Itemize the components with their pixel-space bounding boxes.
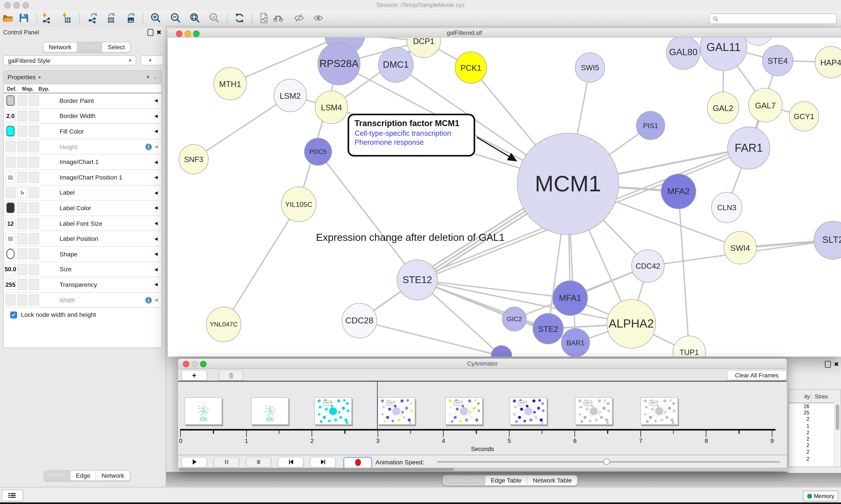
default-value-cell[interactable]: ▤ <box>5 233 16 244</box>
properties-header[interactable]: Properties ▼ » » <box>4 71 161 84</box>
annotation-box[interactable]: Transcription factor MCM1 Cell-type-spec… <box>347 114 475 157</box>
info-icon[interactable]: i <box>145 297 151 303</box>
property-row-label-font-size[interactable]: 12Label Font Size◀ <box>4 216 161 231</box>
tab-node-table[interactable]: Node Table <box>443 475 485 485</box>
bypass-cell[interactable] <box>29 126 39 137</box>
open-folder-button[interactable] <box>1 12 14 25</box>
node-pis1[interactable]: PIS1 <box>636 111 665 140</box>
export-table-button[interactable] <box>104 12 117 25</box>
style-options-button[interactable]: ▼ <box>141 55 164 66</box>
frame-thumbnail-5[interactable] <box>509 397 547 425</box>
expand-row-icon[interactable]: ◀ <box>155 221 158 226</box>
default-value-cell[interactable] <box>5 202 16 214</box>
window-close-icon[interactable] <box>176 31 182 37</box>
default-value-cell[interactable]: 255 <box>5 279 16 290</box>
property-row-border-paint[interactable]: Border Paint◀ <box>4 93 161 109</box>
table-row[interactable]: 2 <box>789 429 840 436</box>
node-mfa2[interactable]: MFA2 <box>661 174 696 209</box>
node-ynl047c[interactable]: YNL047C <box>206 307 241 342</box>
property-row-border-width[interactable]: 2.0Border Width◀ <box>4 109 161 124</box>
expand-row-icon[interactable]: ◀ <box>155 98 158 103</box>
slider-thumb[interactable] <box>603 458 610 465</box>
node-alpha2[interactable]: ALPHA2 <box>607 299 656 348</box>
default-value-cell[interactable] <box>5 156 16 167</box>
property-row-image-chart-1[interactable]: Image/Chart 1◀ <box>4 155 161 170</box>
node-gal2[interactable]: GAL2 <box>707 92 739 124</box>
panel-float-icon[interactable] <box>825 361 831 368</box>
pause-button[interactable] <box>214 456 239 467</box>
task-history-button[interactable] <box>2 489 23 501</box>
frame-thumbnail-3[interactable] <box>378 397 415 425</box>
cyanimator-titlebar[interactable]: CyAnimator <box>178 359 787 369</box>
expand-row-icon[interactable]: ◀ <box>155 175 158 180</box>
zoom-in-button[interactable] <box>149 12 162 25</box>
export-image-button[interactable] <box>124 12 137 25</box>
node-pck1[interactable]: PCK1 <box>455 51 487 84</box>
stop-button[interactable] <box>246 456 272 467</box>
tab-style[interactable]: Style <box>77 42 102 52</box>
node-lsm2[interactable]: LSM2 <box>273 79 307 112</box>
node-yil105c[interactable]: YIL105C <box>281 186 317 222</box>
node-cdc28[interactable]: CDC28 <box>342 303 377 339</box>
expand-row-icon[interactable]: ◀ <box>155 129 158 134</box>
default-value-cell[interactable] <box>5 141 16 152</box>
table-row[interactable]: 2 <box>789 416 840 423</box>
node-lsm4[interactable]: LSM4 <box>315 91 348 124</box>
default-value-cell[interactable]: ▤ <box>5 172 16 183</box>
property-row-label[interactable]: ⁞›Label◀ <box>4 185 161 201</box>
bypass-cell[interactable] <box>29 233 39 244</box>
default-value-cell[interactable] <box>5 248 16 259</box>
node-snf3[interactable]: SNF3 <box>179 144 209 174</box>
column-header[interactable]: ity <box>789 390 811 403</box>
bypass-cell[interactable] <box>29 248 39 259</box>
frame-thumbnail-0[interactable] <box>184 397 222 425</box>
property-row-transparency[interactable]: 255Transparency◀ <box>4 277 161 292</box>
node-ste2[interactable]: STE2 <box>533 313 564 344</box>
table-row[interactable]: 2 <box>789 436 840 443</box>
node-ste12[interactable]: STE12 <box>397 259 437 300</box>
expand-row-icon[interactable]: ◀ <box>155 114 158 119</box>
mapping-cell[interactable] <box>17 141 28 152</box>
annotation-link[interactable]: Pheromone response <box>355 138 468 146</box>
hide-selected-button[interactable] <box>292 12 305 25</box>
tab-edge[interactable]: Edge <box>70 471 96 480</box>
node-far1[interactable]: FAR1 <box>727 127 770 169</box>
save-button[interactable] <box>17 12 30 25</box>
tab-network[interactable]: Network <box>43 42 77 52</box>
network-window-titlebar[interactable]: galFiltered.sif <box>168 29 841 38</box>
mapping-cell[interactable] <box>17 233 28 244</box>
mapping-cell[interactable] <box>17 172 28 183</box>
node-cln3[interactable]: CLN3 <box>711 192 742 223</box>
zoom-out-button[interactable] <box>169 12 182 25</box>
frame-thumbnail-1[interactable] <box>251 397 288 425</box>
bypass-cell[interactable] <box>29 141 39 152</box>
table-row[interactable]: 26 <box>789 403 840 410</box>
node-swi5[interactable]: SWI5 <box>575 53 605 83</box>
expand-row-icon[interactable]: ◀ <box>155 205 158 211</box>
bypass-cell[interactable] <box>29 95 39 106</box>
property-row-label-color[interactable]: Label Color◀ <box>4 201 161 216</box>
panel-close-icon[interactable]: ✖ <box>834 361 839 367</box>
collapse-all-icon[interactable]: » <box>152 75 158 79</box>
table-row[interactable]: 1 <box>789 423 840 429</box>
node-swi4[interactable]: SWI4 <box>723 231 757 265</box>
import-table-button[interactable] <box>60 12 73 25</box>
expand-row-icon[interactable]: ◀ <box>155 252 158 256</box>
search-input[interactable] <box>709 13 837 24</box>
network-from-selection-button[interactable] <box>257 12 270 25</box>
default-value-cell[interactable] <box>5 294 16 306</box>
expand-row-icon[interactable]: ◀ <box>155 282 158 287</box>
property-row-size[interactable]: 50.0Size◀ <box>4 262 161 277</box>
node-gic2[interactable]: GIC2 <box>502 307 527 331</box>
bypass-cell[interactable] <box>29 264 39 275</box>
frame-thumbnail-4[interactable] <box>445 397 483 425</box>
node-mth1[interactable]: MTH1 <box>214 67 247 100</box>
expand-row-icon[interactable]: ◀ <box>155 160 158 164</box>
bypass-cell[interactable] <box>29 187 39 198</box>
mapping-cell[interactable] <box>17 202 28 214</box>
show-all-button[interactable] <box>312 12 325 25</box>
default-value-cell[interactable]: 50.0 <box>5 264 16 275</box>
node-ste4[interactable]: STE4 <box>762 45 793 76</box>
skip-to-end-button[interactable] <box>310 456 336 467</box>
results-table-scrollbar[interactable] <box>834 403 840 466</box>
